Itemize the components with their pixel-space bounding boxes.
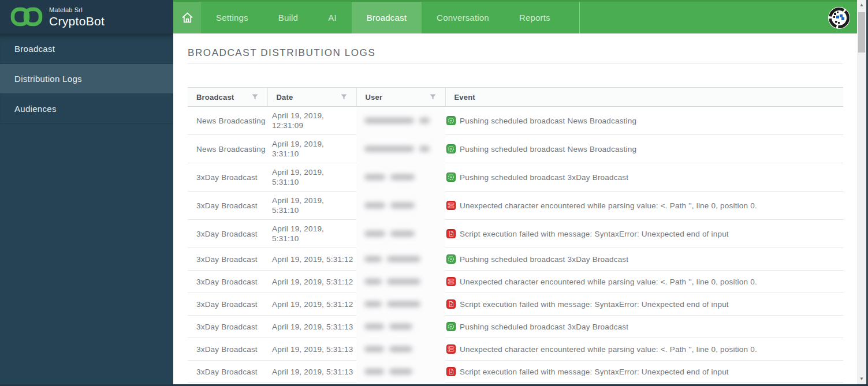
- top-navigation: Settings Build AI Broadcast Conversation…: [173, 0, 857, 33]
- parse-error-icon: [446, 277, 456, 286]
- profile-avatar[interactable]: [828, 7, 850, 29]
- cell-date: April 19, 2019,5:31:10: [267, 163, 356, 192]
- redacted-user-text: [364, 324, 445, 329]
- cell-user-redacted: [356, 338, 445, 361]
- cell-user-redacted: [356, 220, 445, 248]
- parse-error-icon: [446, 344, 456, 354]
- sidebar-item-label: Distribution Logs: [14, 74, 82, 84]
- script-error-icon: [446, 229, 456, 238]
- column-header-user: User: [356, 88, 445, 107]
- redacted-user-text: [364, 118, 445, 123]
- event-message: Pushing scheduled broadcast News Broadca…: [460, 116, 636, 126]
- table-row: 3xDay Broadcast April 19, 2019, 5:31:12 …: [188, 248, 843, 271]
- event-message: Unexpected character encountered while p…: [460, 277, 757, 287]
- redacted-user-text: [364, 146, 445, 152]
- cell-user-redacted: [356, 271, 445, 293]
- sidebar-item-label: Broadcast: [14, 44, 55, 54]
- event-message: Pushing scheduled broadcast 3xDay Broadc…: [460, 322, 628, 332]
- broadcast-success-icon: [446, 322, 456, 331]
- cell-date: April 19, 2019, 5:31:13: [267, 316, 356, 338]
- cell-broadcast: 3xDay Broadcast: [188, 163, 267, 192]
- tab-ai[interactable]: AI: [313, 2, 352, 33]
- sidebar-item-broadcast[interactable]: Broadcast: [0, 34, 173, 64]
- redacted-user-text: [364, 346, 445, 352]
- cell-event: Pushing scheduled broadcast News Broadca…: [445, 107, 843, 135]
- tab-reports[interactable]: Reports: [504, 2, 565, 33]
- tab-broadcast[interactable]: Broadcast: [352, 2, 422, 33]
- cell-event: Unexpected character encountered while p…: [445, 271, 843, 293]
- scroll-down-arrow-icon[interactable]: ▼: [857, 374, 866, 384]
- table-row: News Broadcasting April 19, 2019,12:31:0…: [188, 107, 843, 135]
- column-label: Broadcast: [196, 93, 234, 102]
- column-header-event: Event: [445, 88, 843, 107]
- event-message: Script execution failed with message: Sy…: [460, 367, 729, 377]
- cell-date: April 19, 2019, 5:31:13: [267, 338, 356, 361]
- cell-user-redacted: [356, 163, 445, 192]
- title-divider: [188, 63, 843, 64]
- vertical-scrollbar[interactable]: ▲ ▼: [857, 0, 866, 386]
- broadcast-success-icon: [446, 254, 456, 264]
- scroll-up-arrow-icon[interactable]: ▲: [857, 0, 866, 10]
- broadcast-success-icon: [446, 144, 456, 153]
- sidebar: Matelab Srl CryptoBot Broadcast Distribu…: [0, 0, 173, 386]
- tab-settings[interactable]: Settings: [201, 2, 263, 33]
- cell-event: Unexpected character encountered while p…: [445, 192, 843, 220]
- cell-broadcast: 3xDay Broadcast: [188, 192, 267, 220]
- filter-icon[interactable]: [341, 94, 347, 100]
- sidebar-item-distribution-logs[interactable]: Distribution Logs: [0, 64, 173, 94]
- cell-event: Unexpected character encountered while p…: [445, 338, 843, 361]
- cell-event: Script execution failed with message: Sy…: [445, 361, 843, 383]
- redacted-user-text: [364, 256, 445, 262]
- sidebar-menu: Broadcast Distribution Logs Audiences: [0, 34, 173, 124]
- redacted-user-text: [364, 203, 445, 208]
- sidebar-item-audiences[interactable]: Audiences: [0, 94, 173, 124]
- cell-date: April 19, 2019,12:31:09: [267, 107, 356, 135]
- cell-event: Pushing scheduled broadcast 3xDay Broadc…: [445, 316, 843, 338]
- cell-broadcast: News Broadcasting: [188, 135, 267, 163]
- cell-broadcast: 3xDay Broadcast: [188, 248, 267, 271]
- script-error-icon: [446, 299, 456, 309]
- table-header-row: Broadcast Date User Event: [188, 88, 843, 107]
- filter-icon[interactable]: [252, 94, 258, 100]
- column-label: Date: [277, 93, 293, 102]
- event-message: Script execution failed with message: Sy…: [460, 299, 729, 309]
- brand-product: CryptoBot: [49, 15, 105, 27]
- event-message: Pushing scheduled broadcast 3xDay Broadc…: [460, 254, 628, 264]
- cell-event: Pushing scheduled broadcast 3xDay Broadc…: [445, 248, 843, 271]
- table-row: 3xDay Broadcast April 19, 2019,5:31:10 U…: [188, 192, 843, 220]
- event-message: Unexpected character encountered while p…: [460, 344, 757, 354]
- main-content: BROADCAST DISTRIBUTION LOGS Broadcast Da…: [173, 33, 857, 384]
- redacted-user-text: [364, 174, 445, 180]
- table-row: 3xDay Broadcast April 19, 2019, 5:31:13 …: [188, 338, 843, 361]
- table-row: 3xDay Broadcast April 19, 2019, 5:31:12 …: [188, 271, 843, 293]
- tab-build[interactable]: Build: [263, 2, 313, 33]
- cell-user-redacted: [356, 192, 445, 220]
- filter-icon[interactable]: [430, 94, 436, 100]
- cell-broadcast: News Broadcasting: [188, 107, 267, 135]
- cell-date: April 19, 2019,5:31:10: [267, 220, 356, 248]
- cell-event: Script execution failed with message: Sy…: [445, 220, 843, 248]
- cell-date: April 19, 2019, 5:31:13: [267, 361, 356, 383]
- sidebar-item-label: Audiences: [14, 104, 57, 114]
- redacted-user-text: [364, 369, 445, 374]
- table-row: News Broadcasting April 19, 2019,3:31:10…: [188, 135, 843, 163]
- cell-broadcast: 3xDay Broadcast: [188, 361, 267, 383]
- parse-error-icon: [446, 201, 456, 210]
- event-message: Script execution failed with message: Sy…: [460, 229, 729, 239]
- cell-event: Pushing scheduled broadcast 3xDay Broadc…: [445, 163, 843, 192]
- cell-user-redacted: [356, 248, 445, 271]
- script-error-icon: [446, 367, 456, 376]
- redacted-user-text: [364, 279, 445, 284]
- table-row: 3xDay Broadcast April 19, 2019, 5:31:13 …: [188, 316, 843, 338]
- tab-conversation[interactable]: Conversation: [422, 2, 504, 33]
- cell-date: April 19, 2019, 5:31:12: [267, 293, 356, 316]
- cell-broadcast: 3xDay Broadcast: [188, 293, 267, 316]
- column-header-broadcast: Broadcast: [188, 88, 267, 107]
- cell-date: April 19, 2019,3:31:10: [267, 135, 356, 163]
- home-button[interactable]: [173, 2, 201, 33]
- scrollbar-thumb[interactable]: [858, 12, 865, 53]
- cell-user-redacted: [356, 135, 445, 163]
- broadcast-success-icon: [446, 116, 456, 125]
- cell-user-redacted: [356, 316, 445, 338]
- cell-user-redacted: [356, 107, 445, 135]
